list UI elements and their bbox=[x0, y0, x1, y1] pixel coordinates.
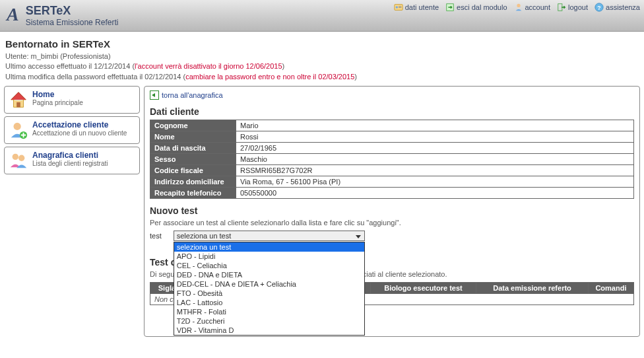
pwd-line: Ultima modifica della password effettuat… bbox=[5, 72, 639, 82]
select-option[interactable]: VDR - Vitamina D bbox=[174, 326, 364, 335]
add-client-icon bbox=[9, 120, 28, 140]
label-telefono: Recapito telefonico bbox=[150, 188, 236, 199]
help-icon: ? bbox=[595, 3, 604, 12]
svg-rect-9 bbox=[16, 102, 20, 108]
select-option[interactable]: CEL - Celiachia bbox=[174, 261, 364, 270]
logout-icon bbox=[557, 3, 566, 12]
sidebar: Home Pagina principale Accettazione clie… bbox=[4, 86, 140, 337]
back-link[interactable]: torna all'anagrafica bbox=[150, 90, 223, 100]
sidebar-item-home[interactable]: Home Pagina principale bbox=[4, 86, 140, 114]
svg-point-5 bbox=[517, 4, 520, 7]
back-arrow-icon bbox=[150, 90, 159, 100]
value-cf: RSSMRI65B27G702R bbox=[236, 165, 634, 176]
value-nome: Rossi bbox=[236, 131, 634, 143]
section-title-newtest: Nuovo test bbox=[150, 205, 634, 216]
svg-point-11 bbox=[14, 123, 21, 130]
password-expiry-warning: cambiare la password entro e non oltre i… bbox=[185, 73, 354, 81]
col-biologo: Biologo esecutore test bbox=[370, 283, 476, 294]
nav-dati-utente[interactable]: dati utente bbox=[394, 3, 439, 12]
value-sesso: Maschio bbox=[236, 154, 634, 165]
last-access-line: Ultimo accesso effettuato il 12/12/2014 … bbox=[5, 61, 639, 71]
top-nav: dati utente esci dal modulo account logo… bbox=[394, 3, 640, 12]
sidebar-item-label: Accettazione cliente bbox=[32, 120, 127, 129]
nav-logout[interactable]: logout bbox=[557, 3, 588, 12]
nav-assistenza[interactable]: ? assistenza bbox=[595, 3, 640, 12]
welcome-title: Bentornato in SERTeX bbox=[5, 38, 639, 50]
sidebar-item-sub: Lista degli clienti registrati bbox=[32, 160, 108, 167]
newtest-instructions: Per associare un test al cliente selezio… bbox=[150, 219, 634, 227]
test-select-label: test bbox=[150, 231, 162, 240]
select-option[interactable]: T2D - Zuccheri bbox=[174, 316, 364, 326]
col-comandi: Comandi bbox=[588, 283, 633, 294]
welcome-block: Bentornato in SERTeX Utente: m_bimbi (Pr… bbox=[0, 32, 644, 86]
label-nome: Nome bbox=[150, 131, 236, 143]
sidebar-item-sub: Pagina principale bbox=[32, 99, 83, 106]
home-icon bbox=[9, 90, 28, 110]
select-option[interactable]: LAC - Lattosio bbox=[174, 298, 364, 307]
select-option[interactable]: APO - Lipidi bbox=[174, 252, 364, 261]
select-option[interactable]: seleziona un test bbox=[174, 242, 364, 252]
sidebar-item-label: Anagrafica clienti bbox=[32, 151, 108, 160]
svg-rect-2 bbox=[399, 6, 401, 7]
svg-rect-3 bbox=[399, 7, 401, 8]
exit-module-icon bbox=[445, 3, 455, 12]
select-option[interactable]: DED - DNA e DIETA bbox=[174, 270, 364, 279]
user-line: Utente: m_bimbi (Professionista) bbox=[5, 52, 639, 61]
test-select[interactable]: seleziona un test bbox=[174, 231, 365, 241]
clients-list-icon bbox=[9, 151, 28, 170]
nav-account[interactable]: account bbox=[514, 3, 551, 12]
nav-label: esci dal modulo bbox=[457, 3, 507, 11]
select-option[interactable]: DED-CEL - DNA e DIETA + Celiachia bbox=[174, 279, 364, 289]
value-indirizzo: Via Roma, 67 - 56100 Pisa (PI) bbox=[236, 176, 634, 188]
svg-rect-6 bbox=[558, 4, 562, 11]
label-cf: Codice fiscale bbox=[150, 165, 236, 176]
app-header: A SERTeX Sistema Emissione Referti dati … bbox=[0, 0, 644, 32]
nav-label: account bbox=[525, 3, 551, 11]
app-title: SERTeX bbox=[26, 4, 119, 18]
main-panel: torna all'anagrafica Dati cliente Cognom… bbox=[144, 86, 640, 337]
section-title-client: Dati cliente bbox=[150, 106, 634, 117]
user-card-icon bbox=[394, 3, 403, 12]
label-cognome: Cognome bbox=[150, 120, 236, 131]
test-select-dropdown[interactable]: seleziona un test APO - Lipidi CEL - Cel… bbox=[174, 242, 365, 336]
svg-text:?: ? bbox=[597, 5, 600, 11]
back-label: torna all'anagrafica bbox=[162, 91, 223, 99]
nav-esci-modulo[interactable]: esci dal modulo bbox=[445, 3, 507, 12]
account-expiry-warning: l'account verrà disattivato il giorno 12… bbox=[135, 62, 282, 70]
label-indirizzo: Indirizzo domiciliare bbox=[150, 176, 236, 188]
col-data: Data emissione referto bbox=[476, 283, 589, 294]
nav-label: logout bbox=[568, 3, 588, 11]
select-option[interactable]: FTO - Obesità bbox=[174, 289, 364, 298]
value-nascita: 27/02/1965 bbox=[236, 143, 634, 154]
label-nascita: Data di nascita bbox=[150, 143, 236, 154]
client-data-table: CognomeMario NomeRossi Data di nascita27… bbox=[150, 120, 634, 199]
svg-point-1 bbox=[395, 6, 398, 9]
value-cognome: Mario bbox=[236, 120, 634, 131]
logo-icon: A bbox=[7, 4, 19, 25]
nav-label: assistenza bbox=[606, 3, 640, 11]
svg-point-13 bbox=[13, 154, 18, 160]
sidebar-item-anagrafica[interactable]: Anagrafica clienti Lista degli clienti r… bbox=[4, 147, 140, 174]
nav-label: dati utente bbox=[405, 3, 439, 11]
sidebar-item-label: Home bbox=[32, 90, 83, 99]
svg-point-14 bbox=[18, 155, 24, 161]
sidebar-item-sub: Accettazione di un nuovo cliente bbox=[32, 129, 127, 137]
select-option[interactable]: MTHFR - Folati bbox=[174, 307, 364, 316]
sidebar-item-accettazione[interactable]: Accettazione cliente Accettazione di un … bbox=[4, 116, 140, 144]
account-icon bbox=[514, 3, 523, 12]
value-telefono: 050550000 bbox=[236, 188, 634, 199]
app-subtitle: Sistema Emissione Referti bbox=[26, 18, 119, 27]
label-sesso: Sesso bbox=[150, 154, 236, 165]
